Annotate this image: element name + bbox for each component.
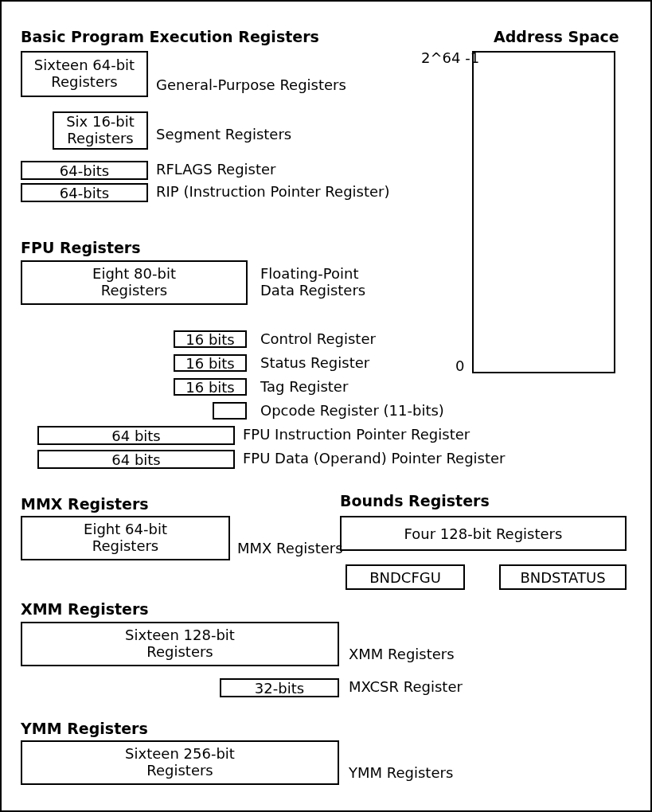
- mmx-box: Eight 64-bit Registers: [21, 516, 230, 560]
- fpu-ctrl-label: Control Register: [260, 330, 376, 347]
- ymm-box-line1: Sixteen 256-bit: [125, 746, 235, 763]
- fpu-data-box: Eight 80-bit Registers: [21, 260, 248, 305]
- segment-label: Segment Registers: [156, 126, 291, 142]
- mxcsr-box-text: 32-bits: [255, 680, 304, 697]
- rflags-label: RFLAGS Register: [156, 161, 276, 178]
- diagram-frame: Address Space 2^64 -1 0 Basic Program Ex…: [0, 0, 652, 812]
- fpu-ip-box-text: 64 bits: [111, 427, 161, 444]
- segment-box-line2: Registers: [67, 131, 134, 147]
- fpu-heading: FPU Registers: [21, 239, 141, 256]
- bounds-heading: Bounds Registers: [340, 492, 490, 509]
- fpu-dp-label: FPU Data (Operand) Pointer Register: [243, 450, 506, 467]
- xmm-box-line2: Registers: [146, 644, 213, 661]
- bndcfgu-text: BNDCFGU: [369, 569, 441, 586]
- rflags-box: 64-bits: [21, 161, 148, 180]
- fpu-status-box: 16 bits: [174, 354, 247, 372]
- mmx-heading: MMX Registers: [21, 495, 149, 513]
- fpu-tag-box: 16 bits: [174, 378, 247, 396]
- mmx-label: MMX Registers: [237, 540, 343, 556]
- fpu-ctrl-box-text: 16 bits: [185, 331, 235, 348]
- xmm-box: Sixteen 128-bit Registers: [21, 622, 339, 666]
- xmm-label: XMM Registers: [349, 646, 455, 662]
- fpu-data-label1: Floating-Point: [260, 265, 358, 282]
- fpu-data-box-line2: Registers: [101, 283, 168, 299]
- bndstatus-text: BNDSTATUS: [520, 569, 605, 586]
- gpr-box-line1: Sixteen 64-bit: [34, 57, 135, 74]
- gpr-label: General-Purpose Registers: [156, 76, 346, 93]
- address-space-top-label: 2^64 -1: [421, 49, 479, 66]
- rip-label: RIP (Instruction Pointer Register): [156, 183, 390, 200]
- rflags-box-text: 64-bits: [60, 162, 109, 179]
- xmm-heading: XMM Registers: [21, 600, 149, 618]
- xmm-box-line1: Sixteen 128-bit: [125, 627, 235, 644]
- segment-box-line1: Six 16-bit: [66, 114, 135, 131]
- ymm-box-line2: Registers: [146, 763, 213, 779]
- fpu-data-box-line1: Eight 80-bit: [92, 266, 176, 283]
- fpu-ctrl-box: 16 bits: [174, 330, 247, 348]
- bounds-box-text: Four 128-bit Registers: [404, 525, 563, 542]
- mmx-box-line1: Eight 64-bit: [84, 521, 167, 538]
- fpu-tag-box-text: 16 bits: [185, 379, 235, 396]
- fpu-status-label: Status Register: [260, 354, 369, 371]
- fpu-opcode-label: Opcode Register (11-bits): [260, 402, 444, 419]
- fpu-status-box-text: 16 bits: [185, 355, 235, 372]
- ymm-heading: YMM Registers: [21, 720, 148, 737]
- mxcsr-label: MXCSR Register: [349, 678, 463, 695]
- rip-box: 64-bits: [21, 183, 148, 202]
- address-space-bottom-label: 0: [455, 357, 464, 374]
- rip-box-text: 64-bits: [60, 185, 109, 201]
- mxcsr-box: 32-bits: [220, 678, 339, 697]
- fpu-tag-label: Tag Register: [260, 378, 348, 395]
- address-space-box: [472, 51, 615, 373]
- bndstatus-box: BNDSTATUS: [499, 564, 627, 590]
- fpu-data-label2: Data Registers: [260, 282, 365, 299]
- fpu-dp-box-text: 64 bits: [111, 451, 161, 468]
- ymm-box: Sixteen 256-bit Registers: [21, 740, 339, 785]
- ymm-label: YMM Registers: [349, 764, 453, 781]
- fpu-dp-box: 64 bits: [37, 450, 235, 469]
- gpr-box-line2: Registers: [51, 74, 118, 91]
- mmx-box-line2: Registers: [92, 538, 159, 555]
- segment-box: Six 16-bit Registers: [53, 111, 148, 150]
- fpu-ip-label: FPU Instruction Pointer Register: [243, 426, 470, 443]
- address-space-heading: Address Space: [494, 28, 619, 45]
- fpu-ip-box: 64 bits: [37, 426, 235, 445]
- basic-heading: Basic Program Execution Registers: [21, 28, 319, 45]
- fpu-opcode-box: [213, 402, 247, 420]
- gpr-box: Sixteen 64-bit Registers: [21, 51, 148, 97]
- bndcfgu-box: BNDCFGU: [346, 564, 465, 590]
- bounds-box: Four 128-bit Registers: [340, 516, 627, 551]
